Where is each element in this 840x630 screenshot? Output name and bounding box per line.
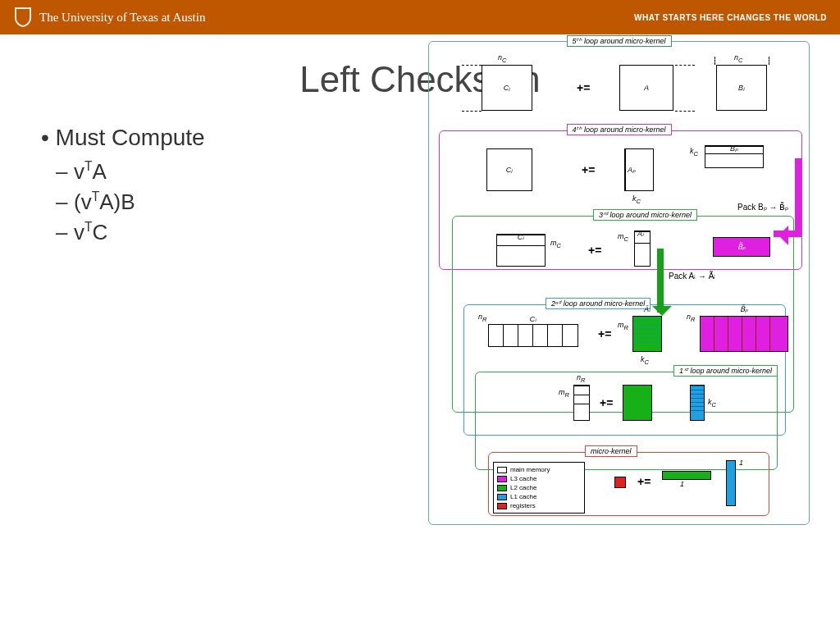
pack-bp-label: Pack Bₚ → B̃ₚ: [737, 203, 788, 212]
matrix-a: A: [619, 65, 673, 111]
tagline: WHAT STARTS HERE CHANGES THE WORLD: [634, 13, 827, 22]
pack-bp-arrow: [429, 42, 449, 48]
university-name: The University of Texas at Austin: [39, 11, 205, 25]
matrix-b-micro: [690, 385, 705, 421]
loop1-label: 1ˢᵗ loop around micro-kernel: [673, 365, 778, 377]
matrix-a-micro: [623, 385, 652, 421]
pack-ai-arrow: [657, 249, 664, 313]
matrix-btilde: B̃ₚ: [713, 237, 770, 257]
matrix-cj2: Cⱼ: [486, 148, 532, 191]
dim-nc: nC: [734, 53, 742, 64]
dim-nc: nC: [498, 53, 506, 64]
matrix-c-micro: [573, 385, 590, 421]
sub-item: (vTA)B: [74, 189, 395, 215]
matrix-ci: Cᵢ: [496, 234, 546, 267]
bullet-main: • Must Compute: [41, 125, 395, 151]
pack-ai-label: Pack Aᵢ → Ãᵢ: [669, 272, 715, 281]
matrix-ap: Aₚ: [624, 148, 654, 191]
mk-label: micro-kernel: [585, 445, 637, 457]
matrix-ci-strips: Cᵢ: [488, 324, 578, 347]
plus-eq: +=: [577, 81, 590, 94]
matrix-bj: Bⱼ: [716, 65, 767, 111]
loop4-label: 4ᵗʰ loop around micro-kernel: [566, 124, 671, 135]
loop3-label: 3ʳᵈ loop around micro-kernel: [593, 209, 697, 221]
matrix-bp: Bₚ: [705, 145, 764, 168]
ut-shield-icon: [13, 6, 33, 29]
b-col-vec: [726, 460, 736, 506]
cache-legend: main memory L3 cache L2 cache L1 cache r…: [493, 462, 585, 514]
a-row-vec: [662, 471, 711, 480]
register-block: [614, 477, 626, 488]
matrix-ai: Aᵢ: [634, 231, 651, 267]
matrix-atilde: Ãᵢ: [632, 316, 662, 352]
loop5-label: 5ᵗʰ loop around micro-kernel: [566, 35, 671, 47]
loop2-label: 2ⁿᵈ loop around micro-kernel: [546, 298, 651, 309]
header-bar: The University of Texas at Austin WHAT S…: [0, 0, 840, 34]
matrix-cj: Cⱼ: [482, 65, 532, 111]
sub-item: vTC: [74, 220, 395, 245]
gemm-loop-diagram: 5ᵗʰ loop around micro-kernel 4ᵗʰ loop ar…: [428, 41, 810, 525]
matrix-btilde-strips: B̃ₚ: [700, 316, 788, 352]
sub-item: vTA: [74, 159, 395, 185]
